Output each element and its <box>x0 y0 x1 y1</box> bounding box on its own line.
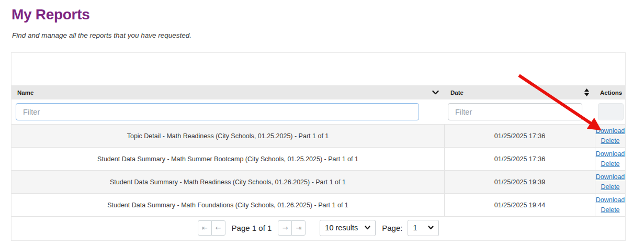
report-actions-cell: Download Delete <box>595 194 625 216</box>
table-filter-row <box>12 99 625 124</box>
page-info-text: Page 1 of 1 <box>232 224 272 232</box>
report-actions-cell: Download Delete <box>595 171 625 193</box>
report-name: Student Data Summary - Math Readiness (C… <box>12 171 444 193</box>
download-link[interactable]: Download <box>596 126 625 136</box>
chevron-down-icon <box>428 226 434 230</box>
column-header-name-label: Name <box>17 90 33 96</box>
delete-link[interactable]: Delete <box>601 136 619 146</box>
report-date: 01/25/2025 19:44 <box>444 194 595 216</box>
table-row: Student Data Summary - Math Summer Bootc… <box>12 147 625 170</box>
sort-updown-icon[interactable] <box>584 88 590 96</box>
page-select-label: Page: <box>382 224 402 232</box>
pagination-back-group: ⇤ ← <box>198 220 225 236</box>
actions-filter-cell <box>595 99 625 124</box>
previous-page-icon: ← <box>216 224 221 232</box>
delete-link[interactable]: Delete <box>601 182 619 192</box>
name-filter-cell <box>12 99 444 124</box>
results-per-page-select[interactable]: 10 results <box>320 220 376 236</box>
column-header-date-label: Date <box>450 90 464 96</box>
next-page-icon: → <box>282 224 288 232</box>
table-row: Student Data Summary - Math Foundations … <box>12 193 625 216</box>
report-date: 01/25/2025 17:36 <box>444 148 595 170</box>
date-filter-input[interactable] <box>448 103 582 120</box>
previous-page-button[interactable]: ← <box>211 220 225 236</box>
pagination-forward-group: → ⇥ <box>278 220 306 236</box>
page-number-select[interactable]: 1 <box>408 220 439 236</box>
last-page-button[interactable]: ⇥ <box>291 220 306 236</box>
actions-filter-disabled-box <box>598 103 624 120</box>
table-row: Student Data Summary - Math Readiness (C… <box>12 170 625 193</box>
last-page-icon: ⇥ <box>296 224 301 232</box>
column-header-actions-label: Actions <box>600 90 622 96</box>
next-page-button[interactable]: → <box>278 220 292 236</box>
report-date: 01/25/2025 19:39 <box>444 171 595 193</box>
chevron-down-icon <box>365 226 370 230</box>
chevron-down-icon[interactable] <box>432 90 439 95</box>
column-header-name[interactable]: Name <box>12 85 444 99</box>
download-link[interactable]: Download <box>596 172 625 182</box>
delete-link[interactable]: Delete <box>601 205 619 215</box>
report-actions-cell: Download Delete <box>595 148 625 170</box>
table-header-row: Name Date Actions <box>12 85 625 99</box>
report-name: Student Data Summary - Math Summer Bootc… <box>12 148 444 170</box>
column-header-actions: Actions <box>595 85 625 99</box>
reports-table-card: Name Date Actions Topic Detail - Math Re… <box>11 52 626 241</box>
delete-link[interactable]: Delete <box>601 159 619 169</box>
pagination-bar: ⇤ ← Page 1 of 1 → ⇥ 10 results Page: 1 <box>12 216 625 239</box>
report-date: 01/25/2025 17:36 <box>444 125 595 147</box>
report-actions-cell: Download Delete <box>595 125 625 147</box>
first-page-icon: ⇤ <box>202 224 208 232</box>
page-title: My Reports <box>12 6 89 23</box>
table-toolbar-spacer <box>12 53 625 85</box>
page-subtitle: Find and manage all the reports that you… <box>12 31 191 39</box>
download-link[interactable]: Download <box>596 149 625 159</box>
date-filter-cell <box>444 99 595 124</box>
page-number-value: 1 <box>413 224 417 232</box>
column-header-date[interactable]: Date <box>444 85 595 99</box>
report-name: Student Data Summary - Math Foundations … <box>12 194 444 216</box>
results-per-page-value: 10 results <box>325 224 358 232</box>
first-page-button[interactable]: ⇤ <box>198 220 212 236</box>
table-row: Topic Detail - Math Readiness (City Scho… <box>12 124 625 147</box>
name-filter-input[interactable] <box>16 103 419 120</box>
report-name: Topic Detail - Math Readiness (City Scho… <box>12 125 444 147</box>
download-link[interactable]: Download <box>596 195 625 205</box>
